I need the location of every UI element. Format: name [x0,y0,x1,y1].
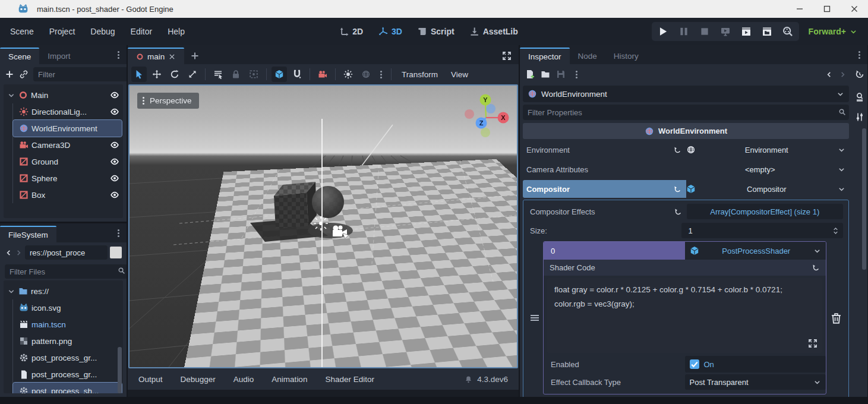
chevron-down-icon[interactable] [838,166,845,173]
save-resource-button[interactable] [556,70,566,79]
tab-history[interactable]: History [605,48,647,64]
view-menu[interactable]: View [446,70,474,79]
movie-maker-button[interactable] [782,26,793,37]
scene-node-camera3d[interactable]: Camera3D [13,137,122,153]
scene-node-ground[interactable]: Ground [13,153,122,170]
close-button[interactable] [841,0,868,18]
chevron-down-icon[interactable] [7,288,15,295]
stepper-icon[interactable] [832,227,839,235]
category-worldenvironment[interactable]: WorldEnvironment [523,123,849,139]
menu-help[interactable]: Help [168,27,185,36]
preview-camera-button[interactable] [315,67,330,82]
open-docs-icon[interactable] [855,92,864,102]
lock-node-button[interactable] [228,67,244,82]
projection-selector[interactable]: Perspective [137,93,199,109]
visibility-eye-icon[interactable] [110,140,119,150]
renderer-selector[interactable]: Forward+ [809,27,857,36]
array-value-button[interactable]: Array[CompositorEffect] (size 1) [687,204,844,219]
chevron-down-icon[interactable] [838,185,845,193]
visibility-eye-icon[interactable] [110,190,119,200]
expand-viewport-icon[interactable] [502,51,512,61]
new-resource-button[interactable] [525,70,535,79]
add-node-button[interactable] [5,70,14,79]
history-forward-icon[interactable] [839,71,847,78]
menu-scene[interactable]: Scene [10,27,34,36]
transform-menu[interactable]: Transform [396,70,443,79]
scene-node-main[interactable]: Main [5,87,122,103]
play-scene-button[interactable] [741,26,752,37]
expand-code-icon[interactable] [808,339,818,348]
menu-debug[interactable]: Debug [90,27,115,36]
close-tab-icon[interactable] [168,53,176,61]
scene-node-worldenvironment[interactable]: WorldEnvironment [13,120,122,137]
dock-menu-icon[interactable] [118,54,119,56]
revert-icon[interactable] [674,208,682,216]
list-select-button[interactable] [210,67,226,82]
select-tool-button[interactable] [131,67,147,82]
element-drag-handle[interactable] [526,241,543,394]
revert-icon[interactable] [812,264,820,272]
property-enabled[interactable]: Enabled On [544,356,826,373]
revert-icon[interactable] [674,146,681,154]
instance-scene-button[interactable] [19,70,29,79]
file-filter-input[interactable] [5,264,127,279]
preview-environment-button[interactable] [358,67,374,82]
mode-script[interactable]: Script [418,27,454,36]
enabled-checkbox[interactable] [690,359,699,369]
play-button[interactable] [658,26,668,37]
stop-button[interactable] [699,26,710,37]
resource-menu-icon[interactable] [576,74,577,75]
scene-node-sphere[interactable]: Sphere [13,170,122,187]
property-compositor[interactable]: Compositor Compositor [523,180,849,198]
property-environment[interactable]: Environment Environment [523,141,849,159]
mode-2d[interactable]: 2D [339,27,363,36]
move-tool-button[interactable] [149,67,165,82]
shader-code-editor[interactable]: float gray = color.r * 0.2125 + color.g … [547,278,822,353]
panel-shader-editor[interactable]: Shader Editor [325,375,374,384]
file-item-pattern-png[interactable]: pattern.png [13,333,122,349]
file-item-post-process-gdshader[interactable]: post_process_gr... [13,349,122,366]
file-item-root[interactable]: res:// [5,283,122,299]
property-compositor-effects[interactable]: Compositor Effects Array[CompositorEffec… [526,203,845,220]
chevron-down-icon[interactable] [838,146,845,154]
viewport-menu-icon[interactable] [143,100,144,102]
dock-menu-icon[interactable] [118,232,119,234]
trash-icon[interactable] [831,313,842,324]
panel-animation[interactable]: Animation [272,375,307,384]
notification-bell-icon[interactable] [465,375,472,383]
property-camera-attributes[interactable]: Camera Attributes <empty> [523,160,849,178]
preview-sunlight-button[interactable] [340,67,356,82]
element-type-button[interactable]: PostProcessShader [685,242,826,260]
edited-object-selector[interactable]: WorldEnvironment [523,86,849,102]
remote-debug-button[interactable] [720,26,731,37]
property-filter-input[interactable] [523,105,849,120]
maximize-button[interactable] [813,0,841,18]
current-path-input[interactable] [25,245,108,260]
property-array-size[interactable]: Size: 1 [526,222,845,239]
scene-node-box[interactable]: Box [13,187,122,203]
panel-audio[interactable]: Audio [233,375,254,384]
tab-scene[interactable]: Scene [0,48,39,64]
file-item-main-tscn[interactable]: main.tscn [13,316,122,333]
scene-tab-main[interactable]: main [128,48,184,64]
new-tab-icon[interactable] [190,51,200,61]
visibility-eye-icon[interactable] [110,107,119,116]
tab-import[interactable]: Import [39,48,78,64]
file-item-post-process-resource[interactable]: post_process_gr... [13,366,122,383]
panel-output[interactable]: Output [138,375,163,384]
pause-button[interactable] [678,26,689,37]
file-preview-button[interactable] [110,247,122,258]
sun-env-menu-icon[interactable] [380,74,382,75]
tab-node[interactable]: Node [570,48,605,64]
file-item-icon-svg[interactable]: icon.svg [13,299,122,316]
chevron-down-icon[interactable] [7,91,15,99]
revert-icon[interactable] [674,185,681,193]
size-spinbox[interactable]: 1 [681,223,844,238]
rotate-tool-button[interactable] [167,67,182,82]
menu-project[interactable]: Project [49,27,75,36]
menu-editor[interactable]: Editor [131,27,153,36]
property-effect-callback-type[interactable]: Effect Callback Type Post Transparent [544,374,826,390]
panel-debugger[interactable]: Debugger [181,375,216,384]
inspector-scrollbar[interactable] [862,128,866,270]
tab-inspector[interactable]: Inspector [520,48,570,64]
